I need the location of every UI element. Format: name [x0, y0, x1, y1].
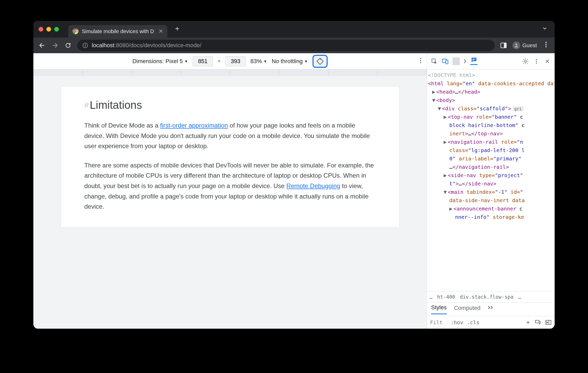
styles-filter-input[interactable] [430, 319, 443, 326]
elements-tab[interactable] [470, 58, 477, 65]
arrow-right-icon [52, 42, 58, 49]
tab-close-icon[interactable]: ✕ [158, 28, 163, 35]
devtools-close[interactable] [544, 58, 551, 65]
toolbar: localhost:8080/docs/devtools/device-mode… [33, 38, 555, 53]
svg-point-13 [420, 62, 421, 63]
dom-node: inert>…</top-nav> [428, 129, 554, 138]
kebab-icon [545, 41, 547, 48]
svg-rect-18 [473, 60, 474, 60]
breadcrumb-item[interactable]: ht-400 [437, 294, 455, 300]
dom-node[interactable]: <html lang="en" data-cookies-accepted da… [428, 79, 554, 88]
inspect-icon [431, 58, 437, 64]
dom-node[interactable]: ▶<top-nav role="banner" c [428, 113, 554, 121]
dom-node[interactable]: ▼<main tabindex="-1" id=" [428, 188, 554, 196]
plus-icon[interactable] [525, 320, 531, 325]
styles-toolbar: :hov .cls [427, 316, 555, 329]
arrow-left-icon [39, 42, 45, 49]
dom-node[interactable]: <!DOCTYPE html> [428, 71, 554, 79]
page-heading: #Limitations [84, 99, 376, 111]
svg-rect-10 [317, 58, 323, 64]
viewport[interactable]: #Limitations Think of Device Mode as a f… [33, 76, 427, 329]
paint-icon[interactable] [535, 320, 541, 325]
dom-node[interactable]: ▼<div class="scaffold">gri [428, 104, 554, 113]
dom-node[interactable]: ▶<side-nav type="project" [428, 171, 554, 179]
dom-node[interactable]: ▶<announcement-banner c [428, 204, 554, 213]
hover-toggle[interactable]: :hov [451, 319, 463, 326]
new-tab-button[interactable] [173, 25, 182, 33]
dom-node: class="lg:pad-left-200 l [428, 146, 554, 154]
svg-point-2 [75, 30, 77, 32]
styles-tabbar: Styles Computed [427, 303, 555, 316]
profile-chip[interactable]: Guest [512, 41, 537, 49]
dom-tree[interactable]: <!DOCTYPE html> <html lang="en" data-coo… [427, 69, 555, 291]
dom-breadcrumb[interactable]: … ht-400 div.stack.flow-spa … [427, 291, 555, 303]
device-toolbar-menu[interactable] [420, 57, 421, 65]
window-controls [39, 27, 59, 32]
dom-node: nner--info" storage-ke [428, 213, 554, 221]
chevron-right-icon[interactable] [463, 59, 467, 64]
gear-icon [522, 58, 529, 65]
dropdown-arrow-icon: ▼ [304, 59, 308, 63]
dom-node[interactable]: ▼<body> [428, 96, 554, 104]
svg-point-12 [420, 60, 421, 61]
dom-node: 0" aria-label="primary" [428, 154, 554, 163]
settings-button[interactable] [522, 58, 529, 65]
responsive-ruler[interactable] [33, 69, 427, 76]
dom-node[interactable]: ▶<head>…</head> [428, 88, 554, 96]
rotate-button[interactable] [313, 55, 328, 68]
heading-anchor[interactable]: # [84, 101, 89, 110]
tab-search-button[interactable] [539, 26, 550, 33]
cls-toggle[interactable]: .cls [467, 319, 479, 326]
svg-rect-23 [535, 320, 539, 323]
svg-point-7 [546, 42, 547, 43]
tab-computed[interactable]: Computed [454, 305, 481, 314]
toggle-sidebar-icon[interactable] [545, 320, 552, 325]
devices-icon [442, 58, 449, 65]
dom-node: block hairline-bottom" c [428, 121, 554, 129]
dom-node: data-side-nav-inert data [428, 196, 554, 204]
device-height-input[interactable] [225, 56, 246, 66]
reload-button[interactable] [64, 41, 72, 49]
tab-styles[interactable]: Styles [431, 304, 447, 314]
window-zoom[interactable] [54, 27, 59, 32]
back-button[interactable] [38, 41, 46, 49]
device-width-input[interactable] [193, 56, 213, 66]
browser-tab[interactable]: Simulate mobile devices with D ✕ [68, 25, 167, 38]
breadcrumb-item[interactable]: div.stack.flow-spa [460, 294, 513, 300]
window-close[interactable] [39, 27, 43, 32]
zoom-dropdown[interactable]: 83% ▼ [250, 58, 267, 65]
dropdown-arrow-icon: ▼ [184, 59, 188, 63]
forward-button[interactable] [51, 41, 59, 49]
chrome-menu[interactable] [542, 41, 550, 50]
side-panel-icon[interactable] [500, 42, 507, 49]
link-remote-debugging[interactable]: Remote Debugging [286, 182, 340, 189]
person-icon [514, 43, 519, 48]
svg-point-9 [546, 46, 547, 47]
dom-node: …</navigation-rail> [428, 163, 554, 171]
tab-more[interactable] [488, 305, 494, 314]
paragraph: There are some aspects of mobile devices… [84, 160, 376, 212]
svg-rect-16 [446, 60, 448, 64]
throttling-dropdown[interactable]: No throttling ▼ [272, 58, 308, 65]
device-mode-pane: Dimensions: Pixel 5 ▼ × 83% ▼ No throttl… [33, 53, 427, 329]
window-minimize[interactable] [46, 27, 51, 32]
kebab-icon [536, 58, 537, 64]
inspect-element-button[interactable] [431, 58, 438, 65]
avatar-icon [512, 41, 520, 49]
device-toggle-button[interactable] [442, 58, 449, 65]
dimensions-dropdown[interactable]: Dimensions: Pixel 5 ▼ [132, 58, 188, 65]
svg-rect-5 [504, 43, 506, 48]
dom-node[interactable]: ▶<navigation-rail role="n [428, 138, 554, 146]
profile-label: Guest [522, 42, 537, 49]
link-first-order[interactable]: first-order approximation [160, 122, 228, 129]
devtools-menu[interactable] [533, 58, 540, 65]
svg-point-20 [536, 59, 537, 60]
dimension-x: × [218, 58, 221, 64]
kebab-icon [420, 57, 421, 64]
chrome-favicon-icon [72, 28, 79, 34]
chevron-down-icon [542, 26, 547, 31]
svg-point-19 [524, 60, 526, 62]
address-bar[interactable]: localhost:8080/docs/devtools/device-mode… [77, 40, 495, 51]
svg-point-8 [546, 44, 547, 45]
page-content: #Limitations Think of Device Mode as a f… [61, 86, 400, 228]
